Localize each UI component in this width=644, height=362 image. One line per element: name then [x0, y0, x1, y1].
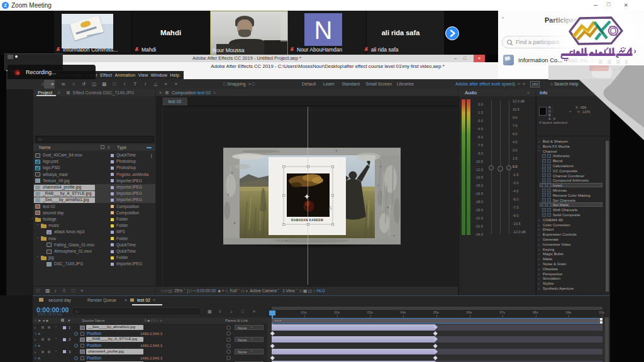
svg-text:s: s: [329, 203, 332, 212]
